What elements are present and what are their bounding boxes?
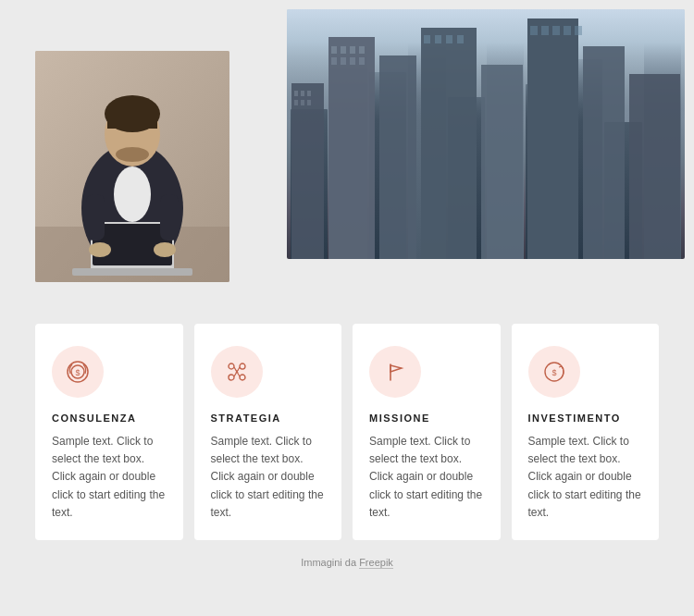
buildings-image bbox=[287, 9, 685, 259]
svg-rect-2 bbox=[294, 91, 298, 96]
consulenza-text: Sample text. Click to select the text bo… bbox=[52, 433, 167, 522]
svg-rect-22 bbox=[457, 35, 464, 43]
svg-rect-29 bbox=[575, 26, 582, 35]
card-investimento[interactable]: $ INVESTIMENTO Sample text. Click to sel… bbox=[512, 324, 660, 540]
investimento-icon-circle: $ bbox=[528, 346, 580, 398]
investimento-text: Sample text. Click to select the text bo… bbox=[528, 433, 643, 522]
svg-rect-3 bbox=[301, 91, 304, 96]
svg-rect-25 bbox=[530, 26, 538, 35]
card-missione[interactable]: MISSIONE Sample text. Click to select th… bbox=[353, 324, 501, 540]
svg-rect-16 bbox=[359, 57, 365, 65]
page-wrapper: $ CONSULENZA Sample text. Click to selec… bbox=[0, 0, 694, 616]
svg-rect-9 bbox=[331, 46, 337, 54]
strategy-icon: × bbox=[224, 359, 250, 385]
consulenza-icon-circle: $ bbox=[52, 346, 104, 398]
missione-text: Sample text. Click to select the text bo… bbox=[369, 433, 484, 522]
svg-rect-26 bbox=[541, 26, 549, 35]
svg-point-46 bbox=[154, 242, 176, 257]
svg-rect-4 bbox=[307, 91, 311, 96]
svg-rect-19 bbox=[424, 35, 430, 43]
svg-rect-11 bbox=[350, 46, 355, 54]
svg-rect-23 bbox=[481, 65, 523, 259]
footer-link[interactable]: Freepik bbox=[359, 557, 393, 569]
svg-rect-38 bbox=[107, 114, 157, 129]
svg-rect-30 bbox=[583, 46, 625, 259]
svg-rect-42 bbox=[72, 268, 192, 276]
svg-rect-27 bbox=[552, 26, 560, 35]
svg-rect-6 bbox=[301, 100, 304, 105]
footer-label: Immagini da bbox=[301, 557, 356, 568]
flag-icon bbox=[382, 359, 408, 385]
strategia-icon-circle: × bbox=[211, 346, 263, 398]
strategia-text: Sample text. Click to select the text bo… bbox=[211, 433, 326, 522]
svg-rect-24 bbox=[527, 18, 578, 259]
svg-rect-31 bbox=[629, 74, 680, 259]
svg-rect-8 bbox=[328, 37, 375, 259]
svg-rect-17 bbox=[379, 55, 416, 259]
coin-icon: $ bbox=[65, 359, 91, 385]
investment-icon: $ bbox=[541, 359, 567, 385]
svg-point-50 bbox=[229, 363, 234, 369]
svg-point-52 bbox=[229, 375, 234, 380]
svg-rect-20 bbox=[435, 35, 441, 43]
person-image bbox=[35, 51, 229, 282]
svg-rect-1 bbox=[291, 83, 324, 259]
investimento-title: INVESTIMENTO bbox=[528, 413, 643, 424]
missione-icon-circle bbox=[369, 346, 421, 398]
svg-rect-13 bbox=[331, 57, 337, 65]
svg-rect-43 bbox=[86, 194, 105, 240]
svg-text:$: $ bbox=[551, 368, 556, 377]
svg-rect-15 bbox=[350, 57, 355, 65]
consulenza-title: CONSULENZA bbox=[52, 413, 167, 424]
svg-point-51 bbox=[240, 363, 245, 369]
svg-rect-14 bbox=[341, 57, 346, 65]
svg-rect-7 bbox=[307, 100, 311, 105]
svg-rect-21 bbox=[446, 35, 452, 43]
cards-section: $ CONSULENZA Sample text. Click to selec… bbox=[0, 324, 694, 540]
images-section bbox=[0, 0, 694, 314]
svg-rect-12 bbox=[359, 46, 365, 54]
svg-point-53 bbox=[240, 375, 245, 380]
svg-text:$: $ bbox=[75, 368, 80, 377]
card-strategia[interactable]: × STRATEGIA Sample text. Click to select… bbox=[194, 324, 342, 540]
svg-point-39 bbox=[116, 147, 149, 162]
svg-rect-5 bbox=[294, 100, 298, 105]
strategia-title: STRATEGIA bbox=[211, 413, 326, 424]
missione-title: MISSIONE bbox=[369, 413, 484, 424]
svg-point-35 bbox=[114, 166, 151, 222]
svg-rect-18 bbox=[421, 28, 477, 259]
card-consulenza[interactable]: $ CONSULENZA Sample text. Click to selec… bbox=[35, 324, 183, 540]
footer: Immagini da Freepik bbox=[0, 540, 694, 579]
svg-point-45 bbox=[89, 242, 111, 257]
svg-rect-10 bbox=[341, 46, 346, 54]
svg-text:×: × bbox=[234, 368, 238, 375]
svg-rect-28 bbox=[564, 26, 571, 35]
svg-rect-44 bbox=[160, 194, 179, 240]
